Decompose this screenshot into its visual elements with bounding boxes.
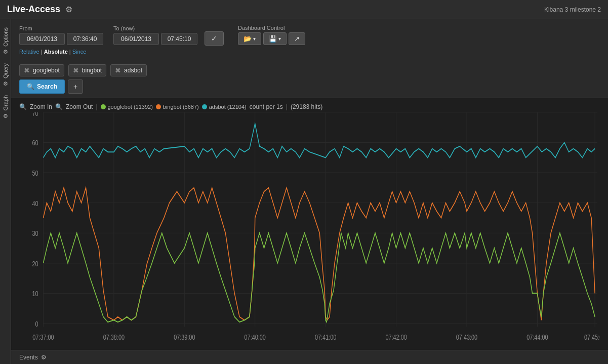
googlebot-legend-text: googlebot (11392) — [108, 104, 153, 110]
events-gear-icon[interactable]: ⚙ — [41, 354, 47, 361]
query-tag-3: ✖ adsbot — [110, 64, 147, 76]
date-row: From To (now) ✓ — [19, 24, 600, 46]
svg-text:07:39:00: 07:39:00 — [174, 333, 195, 342]
query-tag-1: ✖ googlebot — [19, 64, 64, 76]
from-inputs — [19, 33, 103, 45]
header: Live-Access ⚙ Kibana 3 milestone 2 — [0, 0, 608, 19]
header-left: Live-Access ⚙ — [7, 4, 72, 15]
dashboard-control-buttons: 📂 ▾ 💾 ▾ ↗ — [238, 32, 305, 45]
from-field-group: From — [19, 25, 103, 45]
svg-text:40: 40 — [32, 199, 38, 208]
header-gear-icon[interactable]: ⚙ — [65, 5, 72, 14]
main-layout: ⚙ Options ⚙ Query ⚙ Graph From — [0, 19, 608, 364]
to-field-group: To (now) — [113, 25, 197, 45]
total-hits-label: (29183 hits) — [291, 103, 322, 110]
dashboard-control-group: Dashboard Control 📂 ▾ 💾 ▾ ↗ — [238, 25, 305, 45]
sidebar-tab-graph[interactable]: ⚙ Graph — [1, 91, 10, 124]
save-dashboard-button[interactable]: 💾 ▾ — [263, 32, 287, 45]
query-2-remove-icon[interactable]: ✖ — [73, 67, 79, 74]
svg-text:60: 60 — [32, 139, 38, 147]
toolbar-divider-1: | — [96, 103, 97, 110]
sidebar-query-label: Query — [3, 63, 9, 78]
svg-text:07:42:00: 07:42:00 — [385, 333, 407, 342]
sidebar-graph-label: Graph — [3, 95, 9, 111]
query-actions: 🔍 Search + — [19, 79, 600, 94]
content: From To (now) ✓ — [11, 19, 608, 364]
time-links: Relative | Absolute | Since — [19, 49, 600, 55]
search-icon: 🔍 — [27, 83, 34, 90]
svg-text:07:40:00: 07:40:00 — [245, 333, 266, 342]
header-subtitle: Kibana 3 milestone 2 — [544, 6, 601, 13]
count-per-label: count per 1s — [250, 103, 283, 110]
to-date-input[interactable] — [113, 33, 159, 45]
to-time-input[interactable] — [161, 33, 197, 45]
sidebar-options-label: Options — [3, 27, 9, 47]
query-tag-2: ✖ bingbot — [68, 64, 106, 76]
events-label: Events — [19, 354, 38, 361]
svg-text:0: 0 — [35, 320, 38, 329]
bingbot-legend-text: bingbot (5687) — [163, 104, 199, 110]
bingbot-color-dot — [156, 104, 161, 109]
relative-link[interactable]: Relative — [19, 49, 39, 55]
svg-text:07:43:00: 07:43:00 — [456, 333, 477, 342]
googlebot-color-dot — [101, 104, 106, 109]
apply-button[interactable]: ✓ — [205, 31, 224, 46]
svg-rect-0 — [19, 112, 600, 350]
sidebar-tab-query[interactable]: ⚙ Query — [1, 59, 10, 91]
query-1-remove-icon[interactable]: ✖ — [24, 67, 30, 74]
chart-svg[interactable]: 70 60 50 40 30 20 10 0 07:37:00 07:38:00… — [19, 112, 600, 350]
absolute-link[interactable]: Absolute — [44, 49, 68, 55]
graph-toolbar: 🔍 Zoom In 🔍 Zoom Out | googlebot (11392)… — [11, 101, 608, 112]
load-chevron-icon: ▾ — [253, 36, 256, 42]
save-chevron-icon: ▾ — [278, 36, 281, 42]
since-link[interactable]: Since — [72, 49, 87, 55]
legend-bingbot: bingbot (5687) — [156, 104, 199, 110]
query-inputs-row: ✖ googlebot ✖ bingbot ✖ adsbot — [19, 64, 600, 76]
svg-text:30: 30 — [32, 229, 38, 237]
zoom-out-label[interactable]: Zoom Out — [66, 103, 93, 110]
query-panel: ✖ googlebot ✖ bingbot ✖ adsbot 🔍 Search — [11, 60, 608, 98]
svg-text:10: 10 — [32, 290, 38, 298]
app-title: Live-Access — [7, 4, 60, 15]
svg-text:07:44:00: 07:44:00 — [526, 333, 548, 342]
sidebar-tab-options[interactable]: ⚙ Options — [1, 23, 10, 59]
toolbar-divider-2: | — [286, 103, 288, 110]
svg-text:07:37:00: 07:37:00 — [32, 333, 54, 342]
legend-googlebot: googlebot (11392) — [101, 104, 153, 110]
query-1-value: googlebot — [33, 67, 60, 74]
svg-text:07:38:00: 07:38:00 — [103, 333, 125, 342]
zoom-in-label[interactable]: Zoom In — [30, 103, 52, 110]
zoom-in-icon[interactable]: 🔍 — [19, 103, 27, 110]
graph-panel: 🔍 Zoom In 🔍 Zoom Out | googlebot (11392)… — [11, 98, 608, 350]
legend-adsbot: adsbot (12104) — [202, 104, 247, 110]
share-dashboard-button[interactable]: ↗ — [289, 32, 305, 45]
options-gear-icon: ⚙ — [3, 49, 8, 55]
footer: Events ⚙ — [11, 350, 608, 364]
svg-text:20: 20 — [32, 259, 38, 268]
search-label: Search — [37, 83, 57, 90]
from-time-input[interactable] — [67, 33, 103, 45]
apply-button-wrap: ✓ — [205, 31, 224, 46]
from-label: From — [19, 25, 103, 31]
sidebar: ⚙ Options ⚙ Query ⚙ Graph — [0, 19, 11, 364]
chart-area: 70 60 50 40 30 20 10 0 07:37:00 07:38:00… — [19, 112, 600, 350]
graph-gear-icon: ⚙ — [3, 112, 8, 119]
query-3-remove-icon[interactable]: ✖ — [115, 67, 121, 74]
adsbot-legend-text: adsbot (12104) — [209, 104, 247, 110]
load-dashboard-button[interactable]: 📂 ▾ — [238, 32, 261, 45]
query-2-value: bingbot — [82, 67, 102, 74]
add-query-button[interactable]: + — [68, 79, 83, 94]
svg-text:70: 70 — [32, 112, 38, 117]
to-label: To (now) — [113, 25, 197, 31]
from-date-input[interactable] — [19, 33, 65, 45]
zoom-out-icon[interactable]: 🔍 — [55, 103, 63, 110]
dashboard-control-label: Dashboard Control — [238, 25, 305, 31]
svg-text:07:41:00: 07:41:00 — [315, 333, 336, 342]
svg-text:07:45:00: 07:45:00 — [584, 333, 600, 342]
save-icon: 💾 — [269, 35, 277, 43]
adsbot-color-dot — [202, 104, 207, 109]
folder-icon: 📂 — [244, 35, 252, 43]
search-button[interactable]: 🔍 Search — [19, 79, 65, 94]
to-inputs — [113, 33, 197, 45]
query-3-value: adsbot — [124, 67, 142, 74]
